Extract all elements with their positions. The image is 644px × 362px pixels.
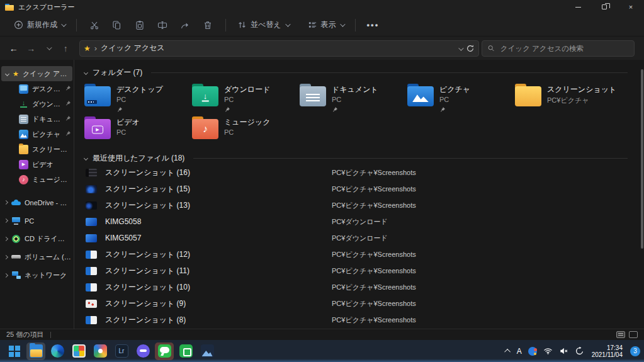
sidebar-item-pictures[interactable]: ピクチャ (0, 127, 74, 142)
sidebar-item-network[interactable]: ネットワーク (0, 266, 74, 285)
file-explorer-app-button[interactable] (26, 342, 45, 360)
edge-browser-app-icon (51, 344, 64, 358)
lightroom-app-icon: Lr (115, 344, 128, 358)
rename-button[interactable] (151, 17, 174, 33)
folder-tile-video[interactable]: ▶ビデオPC (84, 116, 192, 144)
restore-button[interactable] (591, 0, 618, 14)
notification-badge[interactable]: 3 (630, 346, 640, 356)
breadcrumb[interactable]: クイック アクセス (101, 43, 165, 54)
chevron-right-icon[interactable] (4, 218, 8, 223)
sidebar-item-music[interactable]: ミュージック (0, 172, 74, 187)
sidebar-item-desktop[interactable]: デスクトップ (0, 81, 74, 96)
close-button[interactable]: × (618, 0, 644, 14)
quick-access-star-icon: ★ (84, 44, 91, 53)
sidebar-item-screenshots[interactable]: スクリーンショット (0, 142, 74, 157)
recent-file-row[interactable]: スクリーンショット (10)PC¥ピクチャ¥Screenshots (84, 279, 628, 295)
start-square (9, 352, 14, 357)
large-icons-view-button[interactable] (629, 331, 638, 338)
wifi-icon[interactable] (543, 346, 553, 356)
clock[interactable]: 17:34 2021/11/04 (592, 344, 623, 358)
recent-file-row[interactable]: スクリーンショット (11)PC¥ピクチャ¥Screenshots (84, 263, 628, 279)
paste-button[interactable] (128, 17, 151, 33)
purple-app-button[interactable] (133, 342, 152, 360)
back-button[interactable]: ← (6, 41, 21, 56)
folder-name: ピクチャ (439, 84, 470, 95)
cd-icon (11, 234, 21, 244)
recent-file-row[interactable]: スクリーンショット (15)PC¥ピクチャ¥Screenshots (84, 181, 628, 197)
forward-button[interactable]: → (23, 41, 38, 56)
toolbar-divider (76, 19, 77, 31)
sidebar-item-download[interactable]: ダウンロード (0, 96, 74, 111)
folder-tile-desktop[interactable]: デスクトップPC (84, 84, 192, 111)
edge-browser-app-button[interactable] (48, 342, 67, 360)
ime-indicator[interactable]: A (517, 347, 522, 356)
recent-file-row[interactable]: スクリーンショット (16)PC¥ピクチャ¥Screenshots (84, 164, 628, 181)
sidebar-item-video[interactable]: ビデオ (0, 157, 74, 172)
chevron-right-icon[interactable] (4, 255, 8, 259)
lightroom-app-button[interactable]: Lr (112, 342, 131, 360)
vertical-scrollbar[interactable] (641, 69, 643, 249)
recent-file-row[interactable]: KIMG5058PC¥ダウンロード (84, 213, 628, 230)
sidebar-item-volume[interactable]: ボリューム (G:) (0, 248, 74, 266)
folder-tile-music[interactable]: ♪ミュージックPC (192, 116, 300, 144)
music-folder-icon: ♪ (192, 119, 218, 139)
recent-file-row[interactable]: KIMG5057PC¥ダウンロード (84, 230, 628, 246)
chevron-down-icon (285, 21, 290, 26)
up-button[interactable]: ↑ (58, 41, 72, 56)
sort-button[interactable]: 並べ替え (232, 16, 294, 33)
sidebar-item-documents[interactable]: ドキュメント (0, 111, 74, 127)
recent-file-row[interactable]: スクリーンショット (9)PC¥ピクチャ¥Screenshots (84, 295, 628, 312)
line-app-button[interactable] (155, 342, 174, 360)
recent-section-header[interactable]: 最近使用したファイル (18) (84, 153, 628, 163)
video-icon (19, 160, 28, 169)
folder-tile-documents[interactable]: ドキュメントPC (300, 84, 407, 111)
recent-file-row[interactable]: スクリーンショット (12)PC¥ピクチャ¥Screenshots (84, 246, 628, 263)
chevron-right-icon[interactable] (4, 200, 8, 205)
folder-tile-download[interactable]: ↓ダウンロードPC (192, 84, 300, 111)
delete-button[interactable] (196, 17, 219, 33)
status-bar: 25 個の項目 (0, 329, 644, 340)
share-button[interactable] (174, 17, 196, 33)
file-name: スクリーンショット (9) (105, 298, 186, 309)
recent-locations-button[interactable] (41, 41, 55, 56)
copy-button[interactable] (106, 17, 128, 33)
purple-app-icon (137, 344, 150, 358)
tray-app-icon[interactable] (528, 347, 537, 356)
start-button-button[interactable] (5, 342, 24, 360)
night-light-icon[interactable] (575, 346, 584, 356)
minimize-button[interactable] (565, 0, 591, 14)
view-button[interactable]: 表示 (303, 16, 349, 33)
recent-files-list: スクリーンショット (16)PC¥ピクチャ¥Screenshotsスクリーンショ… (84, 164, 628, 329)
sidebar-item-pc[interactable]: PC (0, 212, 74, 230)
recent-file-row[interactable]: スクリーンショット (8)PC¥ピクチャ¥Screenshots (84, 312, 628, 328)
details-view-button[interactable] (616, 331, 625, 338)
chevron-right-icon[interactable] (4, 273, 8, 278)
sidebar-item-cd[interactable]: CD ドライブ (D:) HiSui (0, 230, 74, 248)
sidebar-item-quick-access[interactable]: ★ クイック アクセス (1, 66, 72, 81)
new-button[interactable]: 新規作成 (9, 16, 70, 33)
microsoft-store-app-button[interactable] (69, 342, 88, 360)
search-input[interactable] (499, 44, 629, 53)
search-box[interactable] (482, 40, 635, 57)
recent-file-row[interactable]: スクリーンショット (7)PC¥ピクチャ¥Screenshots (84, 328, 628, 329)
refresh-button[interactable] (466, 44, 475, 53)
folder-tile-screenshots[interactable]: スクリーンショットPC¥ピクチャ (515, 84, 623, 111)
folder-tile-pictures[interactable]: ピクチャPC (407, 84, 515, 111)
green-app-button[interactable] (176, 342, 195, 360)
recent-file-row[interactable]: スクリーンショット (13)PC¥ピクチャ¥Screenshots (84, 197, 628, 213)
photo-viewer-app-button[interactable] (198, 342, 217, 360)
plus-circle-icon (14, 20, 23, 30)
photos-app-button[interactable] (91, 342, 110, 360)
volume-icon (11, 252, 21, 262)
folders-section-header[interactable]: フォルダー (7) (84, 67, 628, 77)
sidebar-item-onedrive[interactable]: OneDrive - Personal (0, 193, 74, 212)
more-options-button[interactable]: ••• (362, 17, 385, 33)
file-name: スクリーンショット (8) (105, 315, 186, 325)
hidden-icons-chevron[interactable] (504, 349, 511, 355)
address-dropdown-button[interactable] (458, 44, 462, 53)
volume-muted-icon[interactable] (559, 346, 568, 356)
cut-button[interactable] (83, 17, 106, 33)
address-bar[interactable]: ★ › クイック アクセス (79, 40, 479, 57)
breadcrumb-separator: › (94, 43, 97, 53)
chevron-right-icon[interactable] (4, 237, 8, 241)
